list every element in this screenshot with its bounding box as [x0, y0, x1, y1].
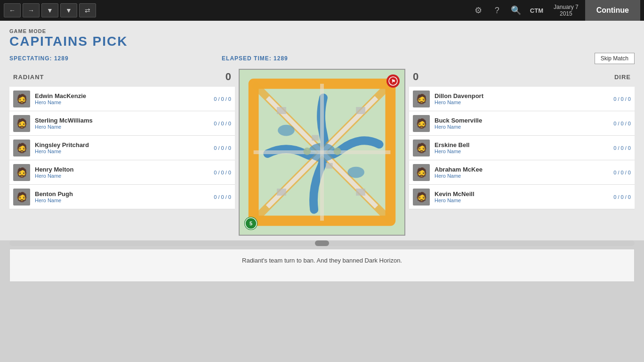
radiant-header: RADIANT 0	[9, 69, 235, 85]
player-avatar: 🧔	[413, 90, 430, 107]
dire-players-list: 🧔 Dillon Davenport Hero Name 0 / 0 / 0 🧔…	[409, 87, 635, 209]
dire-header: 0 DIRE	[409, 69, 635, 85]
transfer-button[interactable]: ⇄	[79, 3, 96, 17]
map-container: ⚑ 5	[235, 69, 409, 236]
radiant-player-row: 🧔 Benton Pugh Hero Name 0 / 0 / 0	[9, 185, 235, 209]
player-stats: 0 / 0 / 0	[613, 145, 631, 151]
player-hero: Hero Name	[35, 197, 209, 203]
info-bar: SPECTATING: 1289 ELAPSED TIME: 1289 Skip…	[9, 53, 635, 64]
svg-rect-2	[277, 107, 286, 114]
spectating-info: SPECTATING: 1289	[9, 55, 69, 62]
player-avatar: 🧔	[413, 115, 430, 132]
player-info: Dillon Davenport Hero Name	[435, 92, 609, 105]
svg-point-8	[278, 125, 295, 136]
player-info: Erskine Bell Hero Name	[435, 141, 609, 154]
map-badge-red: ⚑	[386, 74, 400, 88]
dire-name: DIRE	[614, 74, 631, 81]
player-stats: 0 / 0 / 0	[613, 121, 631, 126]
dire-player-row: 🧔 Kevin McNeill Hero Name 0 / 0 / 0	[409, 185, 635, 209]
svg-rect-6	[312, 135, 319, 140]
svg-text:5: 5	[250, 221, 252, 226]
topbar: ← → ▼ ▼ ⇄ ⚙ ? 🔍 CTM January 7 2015 Conti…	[0, 0, 644, 21]
main-content: GAME MODE CAPITAINS PICK SPECTATING: 128…	[0, 21, 644, 240]
player-name: Benton Pugh	[35, 190, 209, 197]
player-info: Edwin MacKenzie Hero Name	[35, 92, 209, 105]
player-stats: 0 / 0 / 0	[214, 170, 231, 175]
player-info: Sterling McWilliams Hero Name	[35, 117, 209, 130]
player-hero: Hero Name	[435, 124, 609, 130]
match-area: RADIANT 0 🧔 Edwin MacKenzie Hero Name 0 …	[9, 69, 635, 236]
elapsed-info: ELAPSED TIME: 1289	[222, 55, 288, 62]
player-stats: 0 / 0 / 0	[214, 194, 231, 200]
player-stats: 0 / 0 / 0	[613, 96, 631, 102]
player-name: Erskine Bell	[435, 141, 609, 148]
dropdown1-button[interactable]: ▼	[41, 3, 58, 17]
player-stats: 0 / 0 / 0	[214, 121, 231, 126]
dire-panel: 0 DIRE 🧔 Dillon Davenport Hero Name 0 / …	[409, 69, 635, 209]
dire-player-row: 🧔 Buck Somerville Hero Name 0 / 0 / 0	[409, 111, 635, 136]
player-stats: 0 / 0 / 0	[613, 194, 631, 200]
svg-text:⚑: ⚑	[391, 79, 395, 84]
player-avatar: 🧔	[413, 140, 430, 156]
player-info: Henry Melton Hero Name	[35, 166, 209, 179]
game-mode-label: GAME MODE	[9, 28, 635, 34]
player-hero: Hero Name	[435, 197, 609, 203]
radiant-name: RADIANT	[13, 74, 44, 81]
dire-player-row: 🧔 Dillon Davenport Hero Name 0 / 0 / 0	[409, 87, 635, 111]
settings-icon[interactable]: ⚙	[470, 3, 487, 17]
player-stats: 0 / 0 / 0	[214, 145, 231, 151]
player-hero: Hero Name	[35, 124, 209, 130]
scroll-bar[interactable]	[9, 240, 635, 246]
player-name: Kevin McNeill	[435, 190, 609, 197]
player-name: Buck Somerville	[435, 117, 609, 124]
forward-button[interactable]: →	[23, 3, 40, 17]
scroll-thumb[interactable]	[315, 240, 329, 246]
player-name: Kingsley Pritchard	[35, 141, 209, 148]
svg-point-11	[334, 148, 341, 155]
skip-match-button[interactable]: Skip Match	[595, 53, 635, 64]
svg-rect-5	[356, 189, 365, 196]
svg-point-10	[303, 148, 311, 155]
minimap: ⚑ 5	[239, 69, 405, 236]
search-icon[interactable]: 🔍	[507, 3, 524, 17]
radiant-score: 0	[225, 71, 231, 83]
player-hero: Hero Name	[435, 173, 609, 179]
radiant-player-row: 🧔 Sterling McWilliams Hero Name 0 / 0 / …	[9, 111, 235, 136]
player-name: Sterling McWilliams	[35, 117, 209, 124]
player-avatar: 🧔	[413, 164, 430, 181]
continue-button[interactable]: Continue	[585, 0, 640, 21]
help-icon[interactable]: ?	[489, 3, 506, 17]
radiant-player-row: 🧔 Henry Melton Hero Name 0 / 0 / 0	[9, 160, 235, 185]
radiant-players-list: 🧔 Edwin MacKenzie Hero Name 0 / 0 / 0 🧔 …	[9, 87, 235, 209]
radiant-panel: RADIANT 0 🧔 Edwin MacKenzie Hero Name 0 …	[9, 69, 235, 209]
player-info: Benton Pugh Hero Name	[35, 190, 209, 203]
player-info: Abraham McKee Hero Name	[435, 166, 609, 179]
player-name: Edwin MacKenzie	[35, 92, 209, 99]
radiant-player-row: 🧔 Kingsley Pritchard Hero Name 0 / 0 / 0	[9, 136, 235, 160]
date-display: January 7 2015	[549, 4, 583, 17]
player-info: Buck Somerville Hero Name	[435, 117, 609, 130]
player-avatar: 🧔	[13, 189, 30, 206]
dire-score: 0	[413, 71, 419, 83]
ctm-label: CTM	[526, 7, 547, 14]
dire-player-row: 🧔 Erskine Bell Hero Name 0 / 0 / 0	[409, 136, 635, 160]
game-mode-title: CAPITAINS PICK	[9, 34, 635, 49]
dropdown2-button[interactable]: ▼	[60, 3, 77, 17]
player-hero: Hero Name	[35, 99, 209, 105]
svg-point-9	[347, 167, 364, 178]
player-name: Henry Melton	[35, 166, 209, 173]
map-badge-green: 5	[244, 217, 258, 230]
svg-rect-3	[356, 107, 365, 114]
player-avatar: 🧔	[13, 115, 30, 132]
player-hero: Hero Name	[435, 99, 609, 105]
player-hero: Hero Name	[435, 148, 609, 154]
player-avatar: 🧔	[13, 90, 30, 107]
back-button[interactable]: ←	[4, 3, 21, 17]
player-name: Dillon Davenport	[435, 92, 609, 99]
player-info: Kingsley Pritchard Hero Name	[35, 141, 209, 154]
svg-rect-4	[277, 189, 286, 196]
player-name: Abraham McKee	[435, 166, 609, 173]
player-stats: 0 / 0 / 0	[613, 170, 631, 175]
player-avatar: 🧔	[13, 164, 30, 181]
player-hero: Hero Name	[35, 173, 209, 179]
